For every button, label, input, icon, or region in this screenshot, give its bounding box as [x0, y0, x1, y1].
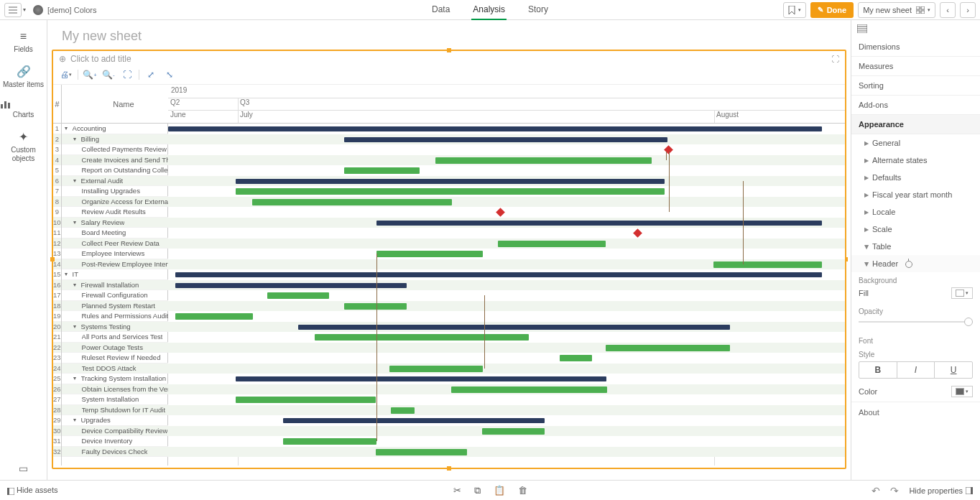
section-measures[interactable]: Measures: [851, 57, 980, 76]
resize-handle-top[interactable]: [447, 48, 451, 52]
expand-caret-icon[interactable]: ▾: [73, 323, 79, 330]
sub-defaults[interactable]: ▶Defaults: [851, 169, 980, 186]
summary-bar[interactable]: [298, 325, 730, 330]
expand-caret-icon[interactable]: ▾: [73, 417, 79, 423]
fullscreen-icon[interactable]: ⛶: [831, 55, 839, 63]
task-row[interactable]: ▾Upgrades: [62, 415, 186, 426]
zoom-in-button[interactable]: 🔍+: [83, 68, 97, 81]
task-row[interactable]: ▾Firewall Installation: [62, 280, 186, 291]
resize-handle-left[interactable]: [50, 257, 55, 261]
task-bar[interactable]: [606, 345, 730, 351]
font-color-picker[interactable]: ▾: [951, 386, 973, 397]
zoom-fit-button[interactable]: ⛶: [120, 68, 134, 81]
underline-button[interactable]: U: [935, 362, 972, 378]
resize-handle-bottom[interactable]: [447, 466, 451, 471]
expand-caret-icon[interactable]: ▾: [65, 271, 70, 277]
done-button[interactable]: ✎ Done: [810, 2, 854, 18]
prev-sheet-button[interactable]: ‹: [940, 2, 956, 18]
section-addons[interactable]: Add-ons: [851, 96, 980, 115]
summary-bar[interactable]: [283, 418, 545, 423]
task-bar[interactable]: [252, 199, 452, 205]
sub-alternate-states[interactable]: ▶Alternate states: [851, 152, 980, 169]
task-bar[interactable]: [344, 167, 420, 174]
menu-caret-icon[interactable]: ▾: [23, 6, 26, 13]
task-row[interactable]: Obtain Licenses from the Vendor: [62, 384, 186, 395]
collapse-icon[interactable]: ▭: [0, 463, 47, 474]
task-row[interactable]: Installing Upgrades: [62, 186, 186, 197]
task-row[interactable]: Employee Interviews: [62, 249, 186, 259]
charts-panel-button[interactable]: Charts: [0, 96, 47, 126]
task-row[interactable]: Temp Shutdown for IT Audit: [62, 405, 186, 416]
opacity-slider[interactable]: [859, 317, 973, 327]
task-row[interactable]: ▾External Audit: [62, 176, 186, 187]
section-sorting[interactable]: Sorting: [851, 76, 980, 96]
italic-button[interactable]: I: [897, 362, 935, 378]
section-dimensions[interactable]: Dimensions: [851, 37, 980, 57]
task-row[interactable]: Board Meeting: [62, 228, 186, 239]
task-row[interactable]: Faulty Devices Check: [62, 447, 186, 458]
section-about[interactable]: About: [851, 402, 980, 422]
next-sheet-button[interactable]: ›: [960, 2, 976, 18]
sub-locale[interactable]: ▶Locale: [851, 203, 980, 221]
tab-analysis[interactable]: Analysis: [471, 0, 507, 20]
expand-caret-icon[interactable]: ▾: [73, 177, 79, 184]
gantt-chart-object[interactable]: ⊕ Click to add title ⛶ 🖨▾ 🔍+ 🔍- ⛶ ⤢ ⤡ # …: [52, 50, 846, 469]
task-row[interactable]: System Installation: [62, 394, 186, 405]
task-bar[interactable]: [283, 438, 376, 445]
task-bar[interactable]: [482, 428, 545, 435]
summary-bar[interactable]: [236, 376, 606, 381]
task-row[interactable]: Test DDOS Attack: [62, 364, 186, 374]
task-bar[interactable]: [344, 303, 407, 310]
task-bar[interactable]: [236, 397, 376, 403]
task-row[interactable]: Organize Access for External: [62, 197, 186, 208]
summary-bar[interactable]: [175, 283, 407, 288]
menu-button[interactable]: [4, 3, 22, 17]
summary-bar[interactable]: [344, 137, 667, 142]
task-bar[interactable]: [391, 407, 415, 414]
zoom-out-button[interactable]: 🔍-: [101, 68, 116, 81]
task-row[interactable]: ▾Salary Review: [62, 218, 186, 228]
task-row[interactable]: Ruleset Review If Needed: [62, 353, 186, 364]
summary-bar[interactable]: [168, 126, 822, 131]
expand-caret-icon[interactable]: ▾: [73, 282, 79, 288]
task-bar[interactable]: [389, 366, 483, 372]
task-row[interactable]: ▾IT: [62, 269, 186, 280]
sub-general[interactable]: ▶General: [851, 134, 980, 152]
task-bar[interactable]: [376, 449, 467, 455]
bookmark-button[interactable]: ▾: [783, 2, 806, 18]
fields-panel-button[interactable]: ≡ Fields: [0, 26, 47, 60]
task-row[interactable]: Device Inventory: [62, 436, 186, 447]
cut-button[interactable]: ✂: [453, 485, 461, 496]
task-row[interactable]: ▾Systems Testing: [62, 322, 186, 333]
task-row[interactable]: Planned System Restart: [62, 301, 186, 312]
collapse-all-button[interactable]: ⤡: [162, 68, 177, 81]
task-row[interactable]: Firewall Configuration: [62, 290, 186, 301]
task-row[interactable]: Rules and Permissions Audit: [62, 311, 186, 322]
summary-bar[interactable]: [376, 221, 822, 226]
paste-button[interactable]: 📋: [494, 485, 505, 496]
fill-color-picker[interactable]: ▾: [951, 287, 973, 299]
custom-objects-button[interactable]: ✦ Custom objects: [0, 126, 47, 170]
delete-button[interactable]: 🗑: [518, 485, 527, 496]
task-row[interactable]: Review Audit Results: [62, 207, 186, 218]
task-row[interactable]: Report on Outstanding Collections: [62, 165, 186, 176]
task-bar[interactable]: [236, 188, 665, 195]
hide-properties-button[interactable]: Hide properties: [909, 486, 973, 495]
chart-title-placeholder[interactable]: Click to add title: [70, 54, 131, 64]
task-bar[interactable]: [560, 355, 592, 361]
task-bar[interactable]: [175, 313, 253, 320]
table-view-icon[interactable]: [851, 20, 980, 37]
tab-story[interactable]: Story: [527, 0, 550, 20]
task-row[interactable]: Post-Review Employee Interviews: [62, 259, 186, 270]
task-bar[interactable]: [267, 292, 329, 299]
task-row[interactable]: Create Invoices and Send Them: [62, 155, 186, 166]
task-bar[interactable]: [435, 157, 652, 164]
task-row[interactable]: ▾Billing: [62, 134, 186, 145]
tab-data[interactable]: Data: [430, 0, 451, 20]
task-row[interactable]: ▾Tracking System Installation: [62, 374, 186, 384]
task-row[interactable]: ▾Accounting: [62, 124, 186, 134]
task-bar[interactable]: [451, 386, 607, 393]
expand-all-button[interactable]: ⤢: [144, 68, 158, 81]
bold-button[interactable]: B: [859, 362, 897, 378]
copy-button[interactable]: ⧉: [474, 485, 481, 496]
